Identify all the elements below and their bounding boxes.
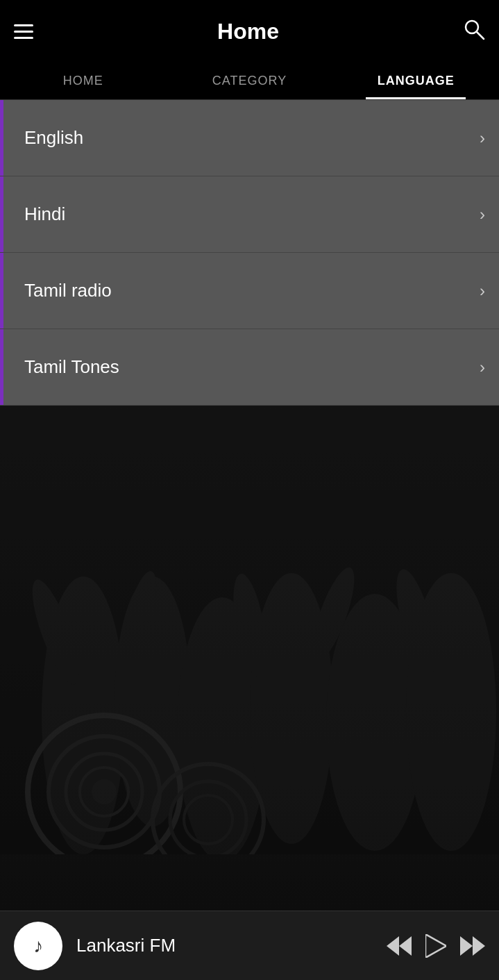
list-item-tamil-radio[interactable]: Tamil radio › <box>0 253 499 329</box>
player-album-art-button[interactable]: ♪ <box>14 922 62 970</box>
accent-bar <box>0 329 3 405</box>
list-item-hindi[interactable]: Hindi › <box>0 176 499 253</box>
rewind-button[interactable] <box>387 936 412 956</box>
page-title: Home <box>217 19 279 44</box>
app-header: Home <box>0 0 499 63</box>
list-item-label: Hindi <box>14 204 480 225</box>
svg-marker-25 <box>460 936 473 956</box>
svg-marker-23 <box>387 936 399 956</box>
svg-line-1 <box>477 32 484 39</box>
play-button[interactable] <box>425 934 446 958</box>
tab-language[interactable]: LANGUAGE <box>332 63 499 99</box>
svg-marker-22 <box>399 936 412 956</box>
player-bar: ♪ Lankasri FM <box>0 911 499 980</box>
chevron-right-icon: › <box>480 128 485 148</box>
list-item-english[interactable]: English › <box>0 100 499 176</box>
fast-forward-button[interactable] <box>460 936 485 956</box>
language-list: English › Hindi › Tamil radio › Tamil To… <box>0 100 499 406</box>
accent-bar <box>0 253 3 329</box>
svg-marker-24 <box>425 934 446 958</box>
chevron-right-icon: › <box>480 281 485 301</box>
tab-home[interactable]: HOME <box>0 63 167 99</box>
list-item-label: Tamil radio <box>14 280 480 301</box>
chevron-right-icon: › <box>480 358 485 377</box>
music-note-icon: ♪ <box>33 935 43 957</box>
search-button[interactable] <box>463 18 485 45</box>
chevron-right-icon: › <box>480 205 485 224</box>
list-item-label: Tamil Tones <box>14 356 480 378</box>
tab-category[interactable]: CATEGORY <box>167 63 333 99</box>
tab-bar: HOME CATEGORY LANGUAGE <box>0 63 499 100</box>
list-item-tamil-tones[interactable]: Tamil Tones › <box>0 329 499 406</box>
background-image-area <box>0 368 499 911</box>
menu-button[interactable] <box>14 24 33 39</box>
player-controls <box>387 934 485 958</box>
accent-bar <box>0 176 3 252</box>
svg-point-18 <box>92 779 117 804</box>
list-item-label: English <box>14 127 480 149</box>
player-station-name: Lankasri FM <box>62 935 387 956</box>
svg-marker-26 <box>473 936 485 956</box>
accent-bar <box>0 100 3 176</box>
